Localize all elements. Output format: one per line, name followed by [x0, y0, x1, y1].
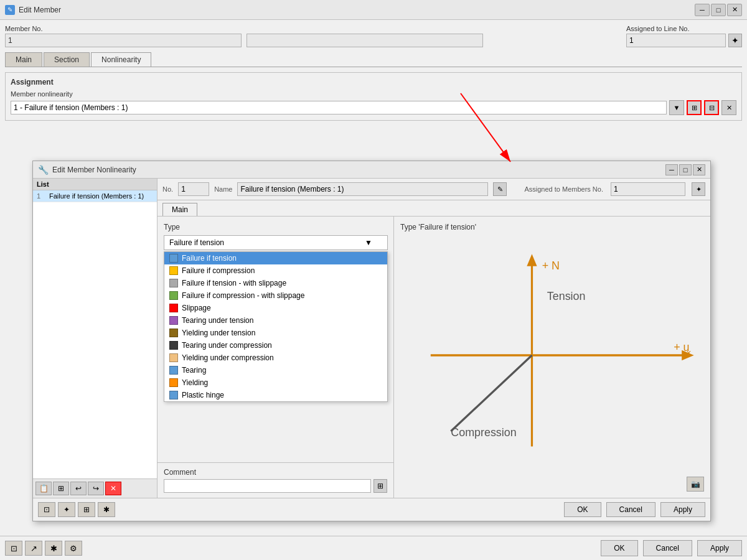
icon-btn-1[interactable]: ⊡: [5, 541, 22, 556]
middle-input[interactable]: [247, 34, 483, 47]
tab-main[interactable]: Main: [5, 52, 42, 67]
nl-copy-btn[interactable]: ⊟: [704, 100, 719, 115]
assigned-members-btn[interactable]: ✦: [692, 182, 705, 196]
assigned-line-label: Assigned to Line No.: [626, 25, 742, 32]
icon-btn-3[interactable]: ✱: [45, 541, 62, 556]
middle-group: [247, 25, 483, 47]
member-nonlinearity-row: ▼ ⊞ ⊟ ✕: [11, 100, 736, 115]
outer-bottom-icons: ⊡ ↗ ✱ ⚙: [5, 541, 82, 556]
dropdown-item-9[interactable]: Tearing: [164, 364, 387, 376]
fields-row: Member No. Assigned to Line No. ✦: [5, 25, 742, 47]
dropdown-item-7[interactable]: Tearing under compression: [164, 339, 387, 352]
dropdown-item-3[interactable]: Failure if compression - with slippage: [164, 289, 387, 302]
dropdown-item-11[interactable]: Plastic hinge: [164, 389, 387, 401]
type-label: Type: [164, 223, 388, 231]
name-input[interactable]: [237, 182, 488, 196]
list-header: List: [33, 179, 157, 190]
svg-text:Compression: Compression: [451, 426, 516, 439]
comment-row: ⊞: [164, 479, 387, 493]
list-item[interactable]: 1 Failure if tension (Members : 1): [33, 190, 157, 202]
list-panel-bottom: 📋 ⊞ ↩ ↪ ✕: [33, 478, 157, 498]
inner-icon-3[interactable]: ⊞: [78, 502, 95, 517]
inner-maximize-btn[interactable]: □: [679, 164, 692, 175]
list-content: 1 Failure if tension (Members : 1): [33, 190, 157, 478]
dropdown-item-0[interactable]: Failure if tension: [164, 252, 387, 264]
assignment-title: Assignment: [11, 78, 736, 86]
assigned-members-input[interactable]: [611, 182, 685, 196]
assignment-section: Assignment Member nonlinearity ▼ ⊞ ⊟ ✕: [5, 72, 742, 121]
color-box-8: [169, 353, 178, 362]
inner-icon-2[interactable]: ✦: [58, 502, 75, 517]
type-dropdown[interactable]: Failure if tension ▼: [164, 235, 388, 250]
outer-cancel-button[interactable]: Cancel: [643, 540, 692, 556]
outer-title-buttons: ─ □ ✕: [695, 4, 742, 16]
svg-text:+ N: + N: [542, 259, 560, 272]
color-box-3: [169, 291, 178, 300]
list-add-btn[interactable]: 📋: [35, 482, 52, 495]
assigned-line-input[interactable]: [626, 34, 726, 47]
chart-title: Type 'Failure if tension': [400, 223, 704, 231]
dropdown-item-1[interactable]: Failure if compression: [164, 264, 387, 277]
member-no-group: Member No.: [5, 25, 242, 47]
inner-main: List 1 Failure if tension (Members : 1) …: [33, 179, 710, 498]
outer-ok-button[interactable]: OK: [601, 540, 637, 556]
icon-btn-4[interactable]: ⚙: [65, 541, 82, 556]
comment-label: Comment: [164, 468, 387, 477]
assigned-line-group: Assigned to Line No. ✦: [626, 25, 742, 47]
member-nonlinearity-label: Member nonlinearity: [11, 90, 736, 98]
dropdown-item-4[interactable]: Slippage: [164, 302, 387, 314]
outer-title-bar: ✎ Edit Member ─ □ ✕: [0, 0, 747, 20]
inner-ok-button[interactable]: OK: [564, 502, 601, 517]
chart-screenshot-btn[interactable]: 📷: [687, 477, 704, 492]
inner-dialog: 🔧 Edit Member Nonlinearity ─ □ ✕ List 1 …: [32, 161, 711, 521]
tab-nonlinearity[interactable]: Nonlinearity: [91, 52, 151, 67]
inner-body: Type Failure if tension ▼ Failure if ten…: [157, 217, 710, 498]
inner-close-btn[interactable]: ✕: [693, 164, 705, 175]
inner-title-bar: 🔧 Edit Member Nonlinearity ─ □ ✕: [33, 161, 710, 179]
inner-apply-button[interactable]: Apply: [660, 502, 705, 517]
dropdown-item-8[interactable]: Yielding under compression: [164, 352, 387, 364]
inner-minimize-btn[interactable]: ─: [665, 164, 678, 175]
color-box-9: [169, 366, 178, 375]
inner-icon-4[interactable]: ✱: [98, 502, 115, 517]
assigned-line-btn[interactable]: ✦: [728, 34, 742, 47]
color-box-0: [169, 254, 178, 263]
dropdown-item-6[interactable]: Yielding under tension: [164, 327, 387, 339]
nl-edit-btn[interactable]: ⊞: [687, 100, 702, 115]
list-undo-btn[interactable]: ↩: [70, 482, 87, 495]
inner-cancel-button[interactable]: Cancel: [606, 502, 655, 517]
close-button[interactable]: ✕: [727, 4, 742, 16]
nl-dropdown-btn[interactable]: ▼: [669, 100, 684, 115]
maximize-button[interactable]: □: [711, 4, 726, 16]
outer-bottom-bar: ⊡ ↗ ✱ ⚙ OK Cancel Apply: [0, 536, 747, 560]
dropdown-item-5[interactable]: Tearing under tension: [164, 314, 387, 327]
dropdown-list: Failure if tension Failure if compressio…: [164, 251, 388, 402]
list-redo-btn[interactable]: ↪: [88, 482, 104, 495]
outer-apply-button[interactable]: Apply: [697, 540, 742, 556]
inner-title-icon: 🔧: [38, 165, 49, 175]
outer-tabs-bar: Main Section Nonlinearity: [5, 52, 742, 67]
list-delete-btn[interactable]: ✕: [105, 482, 121, 495]
inner-icon-1[interactable]: ⊡: [38, 502, 55, 517]
outer-title: Edit Member: [19, 6, 695, 14]
comment-btn[interactable]: ⊞: [374, 479, 387, 493]
list-copy-btn[interactable]: ⊞: [53, 482, 69, 495]
tab-section[interactable]: Section: [44, 52, 90, 67]
dropdown-item-2[interactable]: Failure if tension - with slippage: [164, 277, 387, 289]
minimize-button[interactable]: ─: [695, 4, 710, 16]
name-edit-btn[interactable]: ✎: [493, 182, 507, 196]
nonlinearity-input[interactable]: [11, 101, 667, 114]
comment-input[interactable]: [164, 479, 371, 493]
inner-tab-main[interactable]: Main: [162, 203, 197, 216]
color-box-6: [169, 329, 178, 337]
svg-text:x: x: [687, 348, 691, 357]
icon-btn-2[interactable]: ↗: [25, 541, 42, 556]
nl-delete-btn[interactable]: ✕: [721, 100, 736, 115]
assigned-members-label: Assigned to Members No.: [524, 185, 603, 193]
inner-bottom-icons: ⊡ ✦ ⊞ ✱: [38, 502, 115, 517]
app-icon: ✎: [5, 5, 15, 15]
dropdown-item-10[interactable]: Yielding: [164, 376, 387, 389]
chart-bottom-icon: 📷: [400, 474, 704, 492]
member-no-input[interactable]: [5, 34, 242, 47]
no-input[interactable]: [178, 182, 209, 196]
